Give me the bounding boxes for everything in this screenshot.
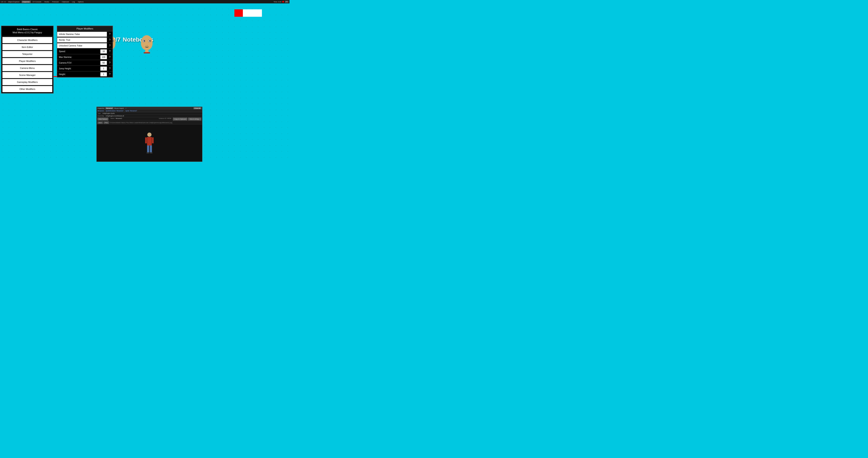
inspector-panel: Inspector filename2 Mouse Inspect ▼ Clos… [96, 107, 203, 162]
tab-options[interactable]: Options [77, 1, 85, 3]
label-jump-height: Jump Height: [57, 66, 100, 71]
main-menu-title-line1: Baldi Basics Classic [2, 28, 52, 31]
char-leg-right [150, 145, 152, 152]
menu-item-other-modifiers[interactable]: Other Modifiers [2, 86, 52, 92]
char-head [147, 133, 152, 137]
baldi-neck-2 [145, 50, 149, 52]
value-row-camera-fov: Camera FOV: 60 ? [57, 60, 113, 66]
toolbar-version: UE 4.0 [1, 1, 6, 3]
toggle-row-unlocked-camera: Unlocked Camera: False ? [57, 43, 113, 49]
instance-id-label: Instance ID: 96596 [159, 118, 172, 120]
label-height: Height: [57, 72, 100, 77]
value-row-max-stamina: Max Stamina: 100 ? [57, 54, 113, 60]
flag-red [235, 9, 243, 17]
menu-item-scene-manager[interactable]: Scene Manager [2, 72, 52, 78]
help-height[interactable]: ? [107, 71, 113, 77]
name-label: Name: [111, 118, 115, 120]
tab-object-explorer[interactable]: Object Explorer [7, 1, 21, 3]
value-camera-fov[interactable]: 60 [100, 61, 107, 65]
save-button[interactable]: Save [97, 121, 103, 124]
inspector-tab-active[interactable]: filename2 [105, 107, 113, 109]
menu-item-teleporter[interactable]: Teleporter [2, 51, 52, 57]
menu-item-gameplay-modifiers[interactable]: Gameplay Modifiers [2, 79, 52, 85]
baldi-head-2 [141, 35, 153, 53]
main-menu-title: Baldi Basics Classic Mod Menu v2.0.2 by … [1, 26, 53, 36]
char-shoes [147, 152, 152, 153]
toggle-noclip[interactable]: Noclip: True [57, 37, 107, 42]
player-modifiers-panel: Player Modifiers Infinite Stamina: False… [57, 26, 113, 78]
hide-texture-button[interactable]: Hide Texture [97, 118, 108, 120]
inspector-title: Inspector [97, 107, 104, 109]
save-format[interactable]: PNG [104, 121, 109, 124]
frametime-indicator: FT [285, 1, 289, 3]
tab-hooks[interactable]: Hooks [43, 1, 50, 3]
menu-item-character-modifiers[interactable]: Character Modifiers [2, 37, 52, 43]
baldi-face-2 [141, 35, 153, 50]
value-speed[interactable]: 10 [100, 49, 107, 53]
toggle-infinite-stamina[interactable]: Infinite Stamina: False [57, 32, 107, 37]
main-menu: Baldi Basics Classic Mod Menu v2.0.2 by … [1, 26, 54, 93]
game-area: 0/7 Notebooks [0, 3, 289, 163]
mouse-inspect-label[interactable]: Mouse Inspect [114, 108, 124, 109]
value-row-jump-height: Jump Height: 1 ? [57, 66, 113, 71]
char-leg-left [147, 145, 149, 152]
toggle-unlocked-camera[interactable]: Unlocked Camera: False [57, 43, 107, 48]
type-value: UnityEngine.Sprite [102, 113, 115, 114]
copy-to-clipboard-button[interactable]: Copy to Clipboard [173, 118, 187, 120]
value-jump-height[interactable]: 1 [100, 66, 107, 70]
help-noclip[interactable]: ? [107, 37, 113, 42]
char-legs [147, 145, 152, 152]
char-shoe-right [150, 152, 152, 153]
breadcrumb-item-2[interactable]: SpriteRenderer "filename2" [106, 110, 124, 112]
help-jump-height[interactable]: ? [107, 66, 113, 71]
char-upper-body [145, 137, 154, 145]
breadcrumb-item-3[interactable]: Sprite "filename2" [125, 110, 137, 112]
value-height[interactable]: 1 [100, 72, 107, 76]
inspector-save-row: Save PNG D:\Games\Baldi's Basics Plus Me… [97, 121, 202, 124]
value-row-speed: Speed: 10 ? [57, 49, 113, 54]
tab-inspector[interactable]: Inspector [22, 1, 31, 3]
view-in-dnspy-button[interactable]: View in dnSpy... [188, 118, 201, 120]
menu-item-item-editor[interactable]: Item Editor [2, 44, 52, 50]
tab-freecam[interactable]: Freecam [51, 1, 60, 3]
label-camera-fov: Camera FOV: [57, 60, 100, 65]
baldi-collar-2 [144, 52, 150, 53]
char-arm-right [152, 137, 154, 143]
inspector-assembly-row: Assembly: UnityEngine.CoreModule.dll [97, 115, 202, 117]
baldi-pupil-right-2 [149, 40, 151, 41]
help-speed[interactable]: ? [107, 49, 113, 54]
assembly-value: UnityEngine.CoreModule.dll [105, 115, 124, 117]
help-camera-fov[interactable]: ? [107, 60, 113, 65]
toolbar-time: Time: 0.00 [274, 1, 282, 3]
close-all-button[interactable]: Close All [193, 107, 201, 109]
flag-white [243, 9, 262, 17]
main-menu-title-line2: Mod Menu v2.0.2 by Fasguy [2, 31, 52, 34]
help-unlocked-camera[interactable]: ? [107, 43, 113, 48]
tab-csharp-console[interactable]: C# Console [32, 1, 42, 3]
char-body [147, 137, 152, 145]
label-speed: Speed: [57, 49, 100, 54]
help-max-stamina[interactable]: ? [107, 54, 113, 60]
char-arm-left [145, 137, 147, 143]
breadcrumb-item-1[interactable]: filename2 [97, 110, 104, 112]
tab-clipboard[interactable]: Clipboard [61, 1, 70, 3]
tab-log[interactable]: Log [71, 1, 76, 3]
player-modifiers-title: Player Modifiers [57, 26, 113, 31]
inspector-preview [97, 124, 202, 162]
value-max-stamina[interactable]: 100 [100, 55, 107, 59]
inspector-type-row: Type: UnityEngine.Sprite [97, 112, 202, 115]
assembly-label: Assembly: [97, 115, 104, 117]
label-max-stamina: Max Stamina: [57, 55, 100, 60]
inspector-header: Inspector filename2 Mouse Inspect ▼ Clos… [97, 107, 202, 110]
baldi-eye-left-2 [143, 39, 145, 42]
inspector-breadcrumb: filename2 › SpriteRenderer "filename2" ›… [97, 110, 202, 112]
menu-item-player-modifiers[interactable]: Player Modifiers [2, 58, 52, 64]
help-infinite-stamina[interactable]: ? [107, 31, 113, 37]
char-shoe-left [147, 152, 149, 153]
save-path: D:\Games\Baldi's Basics Plus Melon Loade… [110, 122, 172, 123]
value-row-height: Height: 1 ? [57, 71, 113, 77]
name-value: filename2 [116, 118, 122, 120]
type-label: Type: [97, 113, 101, 114]
top-toolbar: UE 4.0 Object Explorer Inspector C# Cons… [0, 0, 289, 3]
menu-item-camera-menu[interactable]: Camera Menu [2, 65, 52, 71]
